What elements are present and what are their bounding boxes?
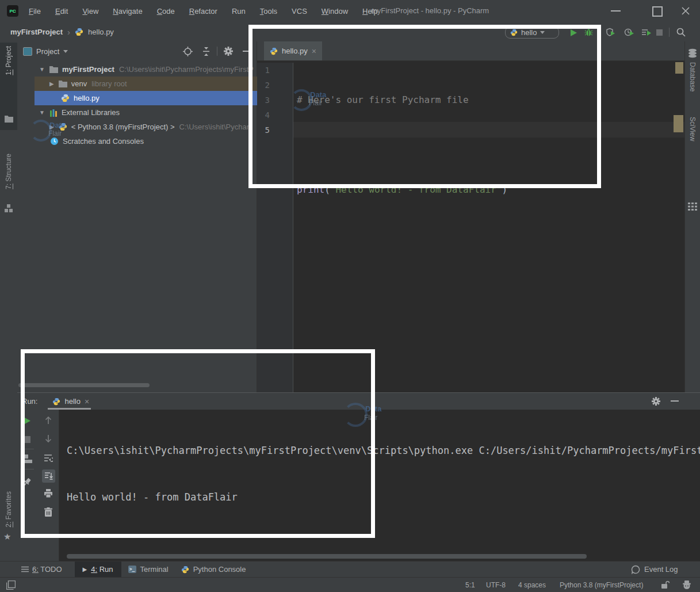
menu-edit[interactable]: Edit: [54, 5, 69, 18]
stripe-tab-project[interactable]: 1: Project: [5, 46, 13, 75]
tree-row-external-libraries[interactable]: ▼ External Libraries: [35, 105, 274, 120]
scrollbar-mark: [674, 115, 683, 132]
stripe-tab-sciview[interactable]: SciView: [688, 117, 697, 141]
project-hscrollbar[interactable]: [18, 383, 150, 387]
collapse-all-button[interactable]: [201, 47, 211, 56]
print-console-button[interactable]: [44, 489, 53, 498]
event-log-button[interactable]: Event Log: [631, 562, 678, 578]
scratches-clock-icon: [50, 137, 59, 146]
rerun-button[interactable]: [23, 417, 32, 425]
code-area[interactable]: # Here's our first Pycharm file print("H…: [297, 63, 676, 227]
chevron-down-icon: [540, 31, 545, 34]
minimize-button[interactable]: [611, 10, 621, 12]
tree-row-root[interactable]: ▼ myFirstProject C:\Users\ishit\PycharmP…: [35, 62, 274, 77]
tree-root-label: myFirstProject: [62, 65, 114, 74]
breadcrumb-project[interactable]: myFirstProject: [10, 28, 63, 36]
toolbar-separator: [20, 469, 34, 469]
menu-vcs[interactable]: VCS: [290, 5, 308, 18]
toolbar-separator: [20, 449, 34, 449]
menu-tools[interactable]: Tools: [259, 5, 278, 18]
menu-view[interactable]: View: [81, 5, 100, 18]
toolbar-tab-terminal[interactable]: >_ Terminal: [128, 562, 169, 578]
soft-wrap-button[interactable]: [44, 453, 53, 462]
panel-header-separator: [217, 47, 217, 56]
run-tab-hello[interactable]: hello ×: [50, 393, 91, 410]
restore-layout-button[interactable]: [22, 454, 32, 463]
project-panel: Project ▼ myFirstProject C:\Users\ishit\…: [17, 41, 257, 392]
project-view-label[interactable]: Project: [36, 47, 59, 56]
expanded-arrow-icon[interactable]: ▼: [39, 66, 45, 72]
maximize-button[interactable]: [652, 6, 663, 17]
run-config-name: hello: [521, 28, 537, 37]
run-button[interactable]: [569, 28, 578, 37]
search-everywhere-icon[interactable]: [676, 27, 686, 37]
tree-row-hello-py[interactable]: hello.py: [35, 91, 274, 105]
folder-icon: [49, 66, 58, 73]
run-panel-label: Run:: [22, 397, 37, 406]
caret-position[interactable]: 5:1: [465, 581, 475, 589]
collapsed-arrow-icon[interactable]: ▶: [49, 124, 54, 130]
hector-inspector-icon[interactable]: [682, 580, 691, 590]
collapsed-arrow-icon[interactable]: ▶: [49, 81, 54, 87]
chevron-down-icon[interactable]: [63, 50, 68, 53]
expanded-arrow-icon[interactable]: ▼: [39, 109, 45, 116]
breadcrumb-file[interactable]: hello.py: [88, 28, 114, 36]
stop-button[interactable]: [24, 436, 30, 443]
editor-gutter: 1 2 3 4 5: [257, 63, 293, 392]
structure-icon: [5, 204, 13, 212]
locate-file-button[interactable]: [183, 47, 193, 56]
up-stacktrace-button[interactable]: [44, 415, 53, 425]
menu-refactor[interactable]: Refactor: [188, 5, 219, 18]
menu-file[interactable]: File: [28, 5, 42, 18]
profiler-button[interactable]: [624, 28, 634, 38]
close-tab-icon[interactable]: ×: [312, 47, 316, 56]
hide-panel-button[interactable]: [243, 51, 250, 52]
readonly-unlock-icon[interactable]: [661, 580, 670, 589]
menu-run[interactable]: Run: [231, 5, 247, 18]
menu-code[interactable]: Code: [156, 5, 176, 18]
clear-console-button[interactable]: [44, 507, 52, 517]
editor-tab-hello-py[interactable]: hello.py ×: [264, 41, 322, 60]
python-icon: [181, 566, 189, 574]
run-config-selector[interactable]: hello: [505, 26, 559, 39]
run-with-coverage-button[interactable]: [606, 28, 616, 38]
stripe-tab-structure[interactable]: 7: Structure: [5, 154, 13, 189]
indent-style[interactable]: 4 spaces: [518, 581, 546, 589]
event-log-label: Event Log: [644, 565, 678, 574]
folder-icon: [5, 115, 13, 123]
concurrency-diagram-button[interactable]: [641, 28, 652, 38]
debug-button[interactable]: [584, 28, 594, 37]
menu-window[interactable]: Window: [320, 5, 349, 18]
console-hscrollbar[interactable]: [67, 554, 587, 559]
settings-gear-icon[interactable]: [652, 397, 660, 406]
toolbar-tab-run[interactable]: ▶ 4: Run: [75, 562, 121, 578]
bottom-tool-bar: 6: TODO ▶ 4: Run >_ Terminal Python Cons…: [0, 561, 700, 577]
toolbar-tab-todo[interactable]: 6: TODO: [21, 562, 62, 578]
file-encoding[interactable]: UTF-8: [486, 581, 506, 589]
tree-row-venv[interactable]: ▶ venv library root: [35, 77, 274, 91]
tree-row-scratches[interactable]: Scratches and Consoles: [35, 134, 274, 148]
console-line-1: C:\Users\ishit\PycharmProjects\myFirstPr…: [67, 443, 700, 459]
tool-windows-toggle-icon[interactable]: [6, 580, 16, 590]
stripe-tab-favorites[interactable]: 2: Favorites: [5, 491, 13, 528]
python-file-icon: [61, 94, 70, 102]
python-icon: [52, 398, 60, 406]
stripe-tab-database[interactable]: Database: [688, 62, 697, 91]
interpreter-selector[interactable]: Python 3.8 (myFirstProject): [560, 581, 643, 589]
pin-tab-button[interactable]: [22, 478, 32, 487]
folder-icon: [59, 80, 67, 87]
stop-button[interactable]: [656, 29, 663, 36]
toolbar-tab-python-console[interactable]: Python Console: [181, 562, 246, 578]
todo-tab-label: 6: TODO: [32, 565, 62, 574]
close-button[interactable]: [681, 6, 690, 16]
right-tool-stripe: Database SciView: [684, 41, 700, 392]
tree-row-interpreter[interactable]: ▶ < Python 3.8 (myFirstProject) > C:\Use…: [35, 120, 274, 134]
close-tab-icon[interactable]: ×: [85, 397, 89, 406]
settings-gear-icon[interactable]: [224, 47, 233, 56]
scroll-to-end-button[interactable]: [42, 469, 55, 483]
hide-panel-button[interactable]: [671, 400, 679, 402]
down-stacktrace-button[interactable]: [44, 434, 53, 444]
menu-navigate[interactable]: Navigate: [112, 5, 143, 18]
console-line-3: [67, 536, 700, 552]
python-file-icon: [75, 28, 83, 36]
